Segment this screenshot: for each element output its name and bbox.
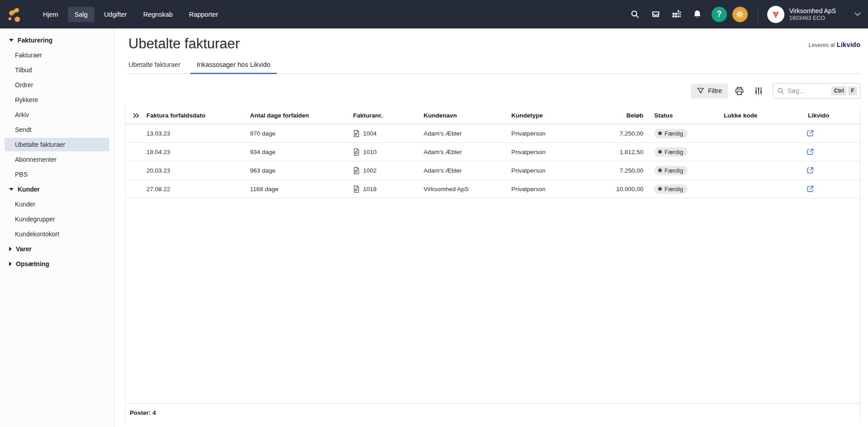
cell-amount: 7.250,00	[588, 167, 643, 174]
table-empty-space	[126, 198, 860, 403]
page-title: Ubetalte fakturaer	[128, 35, 240, 53]
main-content: Ubetalte fakturaer Leveres afLikvido Ube…	[114, 28, 868, 427]
chevron-down-icon[interactable]	[854, 12, 861, 16]
tab-bar: Ubetalte fakturaer Inkassosager hos Likv…	[128, 60, 860, 74]
status-badge: Færdig	[654, 147, 688, 157]
cell-amount: 10.000,00	[588, 186, 643, 192]
invoice-number: 1018	[363, 186, 377, 192]
cell-customer-type: Privatperson	[511, 167, 588, 174]
cell-customer: Adam's Æbler	[424, 149, 511, 155]
sidebar-item-tilbud[interactable]: Tilbud	[0, 62, 114, 77]
table-row[interactable]: 27.08.22 1168 dage 1018 Virksomhed ApS P…	[126, 180, 860, 198]
invoice-link[interactable]: 1018	[353, 185, 424, 193]
bell-icon[interactable]	[689, 6, 706, 23]
search-input[interactable]	[788, 87, 830, 94]
external-link-icon[interactable]	[806, 148, 814, 156]
caret-right-icon	[9, 247, 12, 251]
sidebar-item-arkiv[interactable]: Arkiv	[0, 107, 114, 122]
nav-item-regnskab[interactable]: Regnskab	[137, 7, 179, 22]
sidebar-item-rykkere[interactable]: Rykkere	[0, 92, 114, 107]
print-button[interactable]	[732, 84, 747, 99]
sidebar-item-ubetalte-fakturaer[interactable]: Ubetalte fakturaer	[5, 138, 109, 151]
cell-due-date: 27.08.22	[146, 186, 250, 192]
invoice-document-icon	[353, 185, 360, 193]
sidebar-group-fakturering[interactable]: Fakturering	[0, 33, 114, 47]
col-header-close-code[interactable]: Lukke kode	[724, 112, 797, 119]
sidebar-item-kunder[interactable]: Kunder	[0, 197, 114, 211]
expand-columns-icon[interactable]	[132, 112, 140, 119]
col-header-amount[interactable]: Beløb	[588, 112, 643, 119]
sidebar-group-opsaetning[interactable]: Opsætning	[0, 256, 114, 271]
cell-customer-type: Privatperson	[511, 186, 588, 192]
invoice-number: 1004	[363, 130, 377, 137]
nav-item-salg[interactable]: Salg	[68, 7, 94, 22]
col-header-likvido[interactable]: Likvido	[797, 112, 860, 119]
table-header-row: Faktura forfaldsdato Antal dage forfalde…	[126, 107, 860, 124]
sidebar-item-kundekontokort[interactable]: Kundekontokort	[0, 226, 114, 241]
caret-down-icon	[9, 188, 14, 191]
table-footer: Poster: 4	[126, 403, 860, 422]
status-badge: Færdig	[654, 166, 688, 175]
filter-button[interactable]: Filtre	[691, 84, 728, 99]
column-settings-button[interactable]	[751, 84, 766, 99]
funnel-icon	[697, 87, 704, 95]
external-link-icon[interactable]	[806, 166, 814, 174]
invoice-link[interactable]: 1004	[353, 130, 424, 137]
account-menu[interactable]: Virksomhed ApS 1603463 ECO	[767, 6, 861, 23]
sidebar-item-abonnementer[interactable]: Abonnementer	[0, 152, 114, 167]
cell-due-date: 20.03.23	[146, 167, 250, 174]
nav-item-udgifter[interactable]: Udgifter	[97, 7, 134, 22]
cell-amount: 1.812,50	[588, 149, 643, 155]
col-header-customer[interactable]: Kundenavn	[424, 112, 511, 119]
cell-days-overdue: 934 dage	[250, 149, 353, 155]
cell-customer: Virksomhed ApS	[424, 186, 511, 192]
nav-item-rapporter[interactable]: Rapporter	[182, 7, 225, 22]
help-button[interactable]: ?	[712, 7, 727, 22]
cell-due-date: 18.04.23	[146, 149, 250, 155]
settings-gear-button[interactable]	[732, 7, 748, 22]
cell-customer-type: Privatperson	[511, 149, 588, 155]
tab-inkassosager-hos-likvido[interactable]: Inkassosager hos Likvido	[197, 60, 270, 74]
invoice-link[interactable]: 1002	[353, 167, 424, 174]
sidebar-item-kundegrupper[interactable]: Kundegrupper	[0, 211, 114, 226]
sidebar-item-pbs[interactable]: PBS	[0, 167, 114, 182]
cell-days-overdue: 1168 dage	[250, 186, 353, 192]
sidebar-group-varer[interactable]: Varer	[0, 241, 114, 256]
col-header-status[interactable]: Status	[643, 112, 724, 119]
table-row[interactable]: 13.03.23 970 dage 1004 Adam's Æbler Priv…	[126, 124, 860, 143]
status-dot-icon	[658, 169, 662, 172]
main-nav: Hjem Salg Udgifter Regnskab Rapporter	[36, 7, 225, 22]
topbar: Hjem Salg Udgifter Regnskab Rapporter	[0, 0, 868, 28]
col-header-days-overdue[interactable]: Antal dage forfalden	[250, 112, 353, 119]
search-icon[interactable]	[627, 6, 644, 23]
sidebar-item-fakturaer[interactable]: Fakturaer	[0, 47, 114, 62]
table-row[interactable]: 20.03.23 963 dage 1002 Adam's Æbler Priv…	[126, 161, 860, 180]
nav-item-hjem[interactable]: Hjem	[36, 7, 65, 22]
invoice-link[interactable]: 1010	[353, 148, 424, 156]
table-toolbar: Filtre Ctr	[125, 83, 860, 99]
inbox-icon[interactable]	[647, 6, 665, 23]
topbar-actions: ? Virksomhed ApS 1603463 ECO	[627, 6, 861, 23]
table-row[interactable]: 18.04.23 934 dage 1010 Adam's Æbler Priv…	[126, 143, 860, 161]
records-count: Poster: 4	[130, 409, 156, 416]
economic-logo-icon[interactable]	[5, 5, 24, 24]
topbar-divider	[758, 6, 758, 23]
sidebar-item-sendt[interactable]: Sendt	[0, 122, 114, 137]
kbd-f: F	[848, 86, 857, 95]
external-link-icon[interactable]	[806, 185, 814, 193]
status-dot-icon	[658, 150, 662, 154]
invoice-document-icon	[353, 167, 360, 174]
col-header-customer-type[interactable]: Kundetype	[511, 112, 588, 119]
sidebar-item-ordrer[interactable]: Ordrer	[0, 77, 114, 92]
external-link-icon[interactable]	[806, 129, 814, 137]
search-field: Ctrl F	[773, 83, 860, 99]
cell-customer-type: Privatperson	[511, 130, 588, 137]
col-header-due-date[interactable]: Faktura forfaldsdato	[146, 112, 250, 119]
col-header-invoice-no[interactable]: Fakturanr.	[353, 112, 424, 119]
powered-by-likvido: Leveres afLikvido	[808, 41, 860, 48]
cell-customer: Adam's Æbler	[424, 130, 511, 137]
tab-ubetalte-fakturaer[interactable]: Ubetalte fakturaer	[128, 60, 180, 74]
apps-grid-icon[interactable]	[668, 6, 685, 23]
invoices-table: Faktura forfaldsdato Antal dage forfalde…	[125, 107, 860, 422]
sidebar-group-kunder[interactable]: Kunder	[0, 182, 114, 197]
